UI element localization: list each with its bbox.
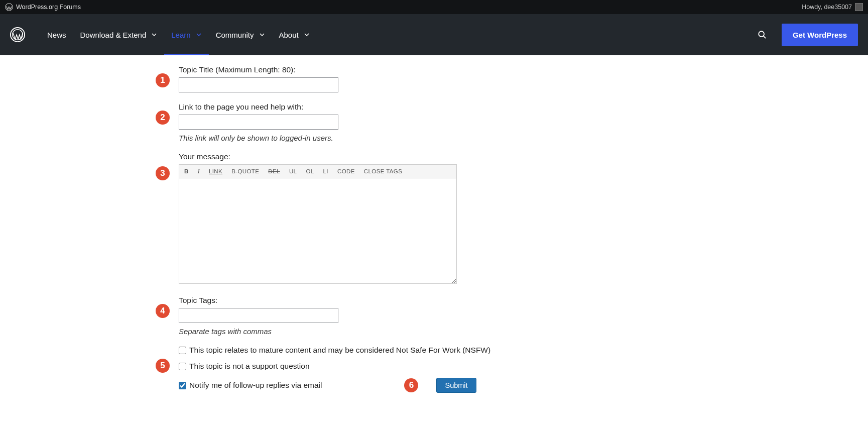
site-header: News Download & Extend Learn Community A…: [0, 14, 868, 55]
get-wordpress-button[interactable]: Get WordPress: [782, 24, 858, 46]
topic-title-label: Topic Title (Maximum Length: 80):: [179, 65, 868, 74]
link-hint: This link will only be shown to logged-i…: [179, 134, 868, 142]
nav-news[interactable]: News: [40, 14, 73, 55]
search-icon[interactable]: [758, 30, 767, 39]
nsfw-label[interactable]: This topic relates to mature content and…: [189, 346, 490, 355]
message-editor: B I LINK B-QUOTE DEL UL OL LI CODE CLOSE…: [179, 164, 457, 286]
toolbar-bold-button[interactable]: B: [184, 168, 189, 174]
svg-point-3: [759, 31, 764, 37]
chevron-down-icon: [196, 32, 202, 38]
nsfw-checkbox[interactable]: [179, 347, 186, 354]
row-link: 2 Link to the page you need help with: T…: [179, 102, 868, 142]
svg-line-4: [764, 36, 766, 39]
admin-bar-site-link[interactable]: WordPress.org Forums: [16, 4, 81, 11]
annotation-1: 1: [156, 73, 170, 87]
not-support-label[interactable]: This topic is not a support question: [189, 362, 310, 371]
chevron-down-icon: [151, 32, 157, 38]
toolbar-del-button[interactable]: DEL: [268, 168, 280, 174]
toolbar-italic-button[interactable]: I: [198, 168, 200, 174]
toolbar-ul-button[interactable]: UL: [289, 168, 297, 174]
toolbar-ol-button[interactable]: OL: [306, 168, 314, 174]
tags-label: Topic Tags:: [179, 296, 868, 305]
toolbar-bquote-button[interactable]: B-QUOTE: [231, 168, 259, 174]
row-nsfw: This topic relates to mature content and…: [179, 346, 868, 355]
toolbar-link-button[interactable]: LINK: [209, 168, 222, 174]
row-tags: 4 Topic Tags: Separate tags with commas: [179, 296, 868, 336]
annotation-2: 2: [156, 111, 170, 125]
nav-about[interactable]: About: [272, 14, 317, 55]
link-label: Link to the page you need help with:: [179, 102, 868, 112]
topic-form: 1 Topic Title (Maximum Length: 80): 2 Li…: [0, 55, 868, 424]
toolbar-code-button[interactable]: CODE: [337, 168, 355, 174]
chevron-down-icon: [259, 32, 265, 38]
annotation-4: 4: [156, 304, 170, 318]
admin-bar-howdy: Howdy, dee35007: [802, 4, 852, 11]
admin-bar: WordPress.org Forums Howdy, dee35007: [0, 0, 868, 14]
main-nav: News Download & Extend Learn Community A…: [40, 14, 317, 55]
toolbar-close-tags-button[interactable]: CLOSE TAGS: [364, 168, 402, 174]
toolbar-li-button[interactable]: LI: [323, 168, 328, 174]
wordpress-mini-icon: [5, 3, 13, 11]
admin-bar-left[interactable]: WordPress.org Forums: [5, 3, 81, 11]
chevron-down-icon: [304, 32, 310, 38]
not-support-checkbox[interactable]: [179, 363, 186, 370]
tags-hint: Separate tags with commas: [179, 327, 868, 336]
topic-title-input[interactable]: [179, 77, 338, 92]
notify-label[interactable]: Notify me of follow-up replies via email: [189, 381, 322, 390]
admin-bar-account[interactable]: Howdy, dee35007: [802, 3, 863, 11]
annotation-3: 3: [156, 166, 170, 180]
editor-toolbar: B I LINK B-QUOTE DEL UL OL LI CODE CLOSE…: [179, 164, 457, 178]
message-textarea[interactable]: [179, 178, 457, 284]
avatar-icon: [855, 3, 863, 11]
wordpress-logo-icon[interactable]: [10, 27, 25, 42]
nav-learn[interactable]: Learn: [164, 14, 208, 55]
submit-button[interactable]: Submit: [436, 378, 476, 393]
row-message: 3 Your message: B I LINK B-QUOTE DEL UL …: [179, 152, 868, 286]
link-input[interactable]: [179, 115, 338, 130]
nav-download-extend[interactable]: Download & Extend: [73, 14, 165, 55]
nav-community[interactable]: Community: [209, 14, 272, 55]
row-topic-title: 1 Topic Title (Maximum Length: 80):: [179, 65, 868, 92]
annotation-6: 6: [404, 378, 418, 392]
row-not-support: 5 This topic is not a support question: [179, 362, 868, 371]
notify-checkbox[interactable]: [179, 382, 186, 389]
tags-input[interactable]: [179, 308, 338, 323]
message-label: Your message:: [179, 152, 868, 161]
annotation-5: 5: [156, 359, 170, 373]
row-notify-submit: Notify me of follow-up replies via email…: [179, 378, 868, 393]
